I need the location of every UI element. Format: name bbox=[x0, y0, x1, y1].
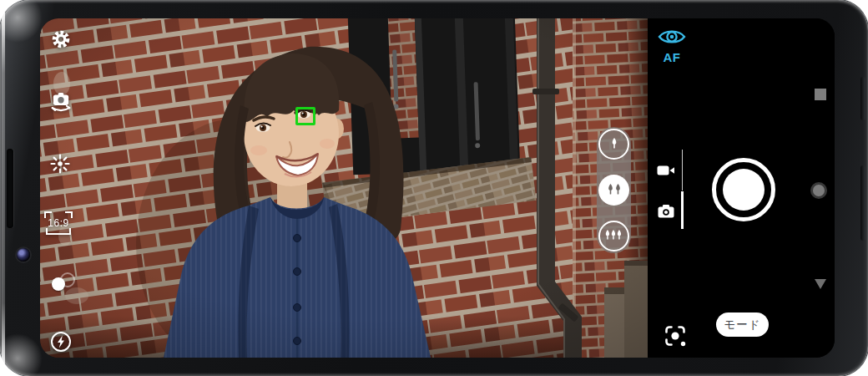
aspect-ratio-button[interactable]: 16:9 bbox=[43, 211, 74, 235]
camera-control-panel: AF bbox=[648, 18, 835, 358]
switch-camera-button[interactable] bbox=[49, 89, 73, 112]
google-lens-icon bbox=[663, 323, 688, 348]
aspect-ratio-label: 16:9 bbox=[48, 218, 68, 228]
flash-button[interactable] bbox=[50, 331, 72, 353]
vignette bbox=[40, 18, 648, 358]
front-camera-lens bbox=[17, 248, 30, 262]
phone-left-edge bbox=[2, 8, 5, 368]
video-mode-button[interactable] bbox=[657, 163, 675, 178]
nav-recents-button[interactable] bbox=[815, 89, 826, 100]
zoom-ultrawide-button[interactable] bbox=[598, 221, 629, 252]
zoom-lens-selector bbox=[597, 127, 631, 253]
power-button bbox=[860, 165, 865, 241]
phone-frame: 16:9 bbox=[0, 0, 868, 376]
white-dot-button[interactable] bbox=[52, 277, 65, 291]
gear-icon bbox=[50, 28, 72, 50]
mode-button-label: モード bbox=[724, 318, 760, 333]
nav-back-button[interactable] bbox=[815, 279, 826, 289]
viewfinder-photo bbox=[40, 18, 648, 358]
google-lens-button[interactable] bbox=[663, 323, 688, 348]
aspect-bracket-icon bbox=[46, 228, 71, 235]
eye-af-label: AF bbox=[658, 50, 686, 64]
eye-focus-frame bbox=[295, 107, 315, 125]
video-camera-icon bbox=[657, 164, 675, 177]
sparkle-icon bbox=[49, 153, 71, 175]
brightness-button[interactable] bbox=[49, 153, 71, 175]
shutter-inner-circle bbox=[723, 169, 765, 211]
eye-af-icon bbox=[658, 28, 686, 46]
aspect-bracket-icon bbox=[65, 211, 73, 218]
speaker-slot bbox=[7, 149, 13, 228]
settings-button[interactable] bbox=[50, 28, 72, 50]
eye-af-indicator: AF bbox=[658, 28, 686, 64]
camera-icon bbox=[658, 204, 674, 218]
two-trees-icon bbox=[606, 183, 623, 196]
flip-camera-icon bbox=[49, 89, 73, 112]
camera-viewfinder[interactable]: 16:9 bbox=[40, 18, 648, 358]
mode-slider-active bbox=[681, 191, 684, 229]
one-tree-icon bbox=[608, 137, 620, 150]
phone-screen: 16:9 bbox=[40, 18, 835, 358]
mode-slider-track bbox=[682, 150, 684, 191]
volume-button bbox=[860, 77, 865, 120]
aspect-bracket-icon bbox=[44, 211, 52, 218]
zoom-standard-button[interactable] bbox=[598, 175, 629, 206]
screenshot: 16:9 bbox=[0, 0, 868, 376]
flash-bolt-icon bbox=[50, 331, 72, 353]
mode-button[interactable]: モード bbox=[716, 312, 769, 337]
shutter-button[interactable] bbox=[712, 158, 775, 221]
zoom-telephoto-button[interactable] bbox=[598, 129, 629, 160]
three-trees-icon bbox=[604, 229, 624, 242]
nav-home-button[interactable] bbox=[810, 182, 827, 199]
photo-mode-button[interactable] bbox=[658, 204, 674, 218]
